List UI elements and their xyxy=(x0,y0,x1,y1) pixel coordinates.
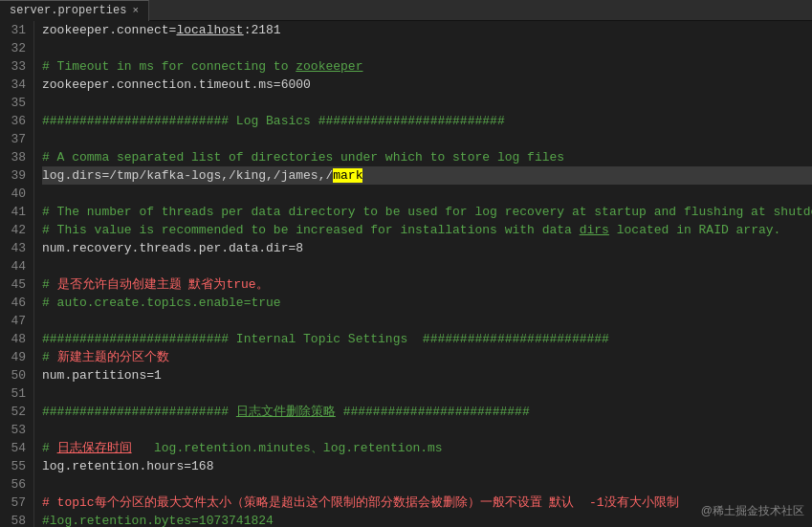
code-line: # 是否允许自动创建主题 默省为true。 xyxy=(42,275,812,294)
code-line xyxy=(42,384,812,403)
code-segment: num.partitions=1 xyxy=(42,368,162,383)
code-segment: log.dirs=/tmp/kafka-logs,/king,/james,/ xyxy=(42,168,333,183)
code-segment: # The number of threads per data directo… xyxy=(42,205,812,219)
code-line: ######################### 日志文件删除策略 #####… xyxy=(42,403,812,421)
code-segment: 新建主题的分区个数 xyxy=(57,350,169,364)
line-number: 51 xyxy=(4,384,26,403)
code-line xyxy=(42,185,812,203)
tab-bar: server.properties × xyxy=(0,0,812,21)
code-line: ######################### Internal Topic… xyxy=(42,330,812,348)
code-line xyxy=(42,421,812,439)
code-line xyxy=(42,257,812,275)
code-line: # 新建主题的分区个数 xyxy=(42,348,812,366)
code-line: # A comma separated list of directories … xyxy=(42,148,812,166)
line-number: 53 xyxy=(4,421,26,439)
code-segment: log.retention.minutes、log.retention.ms xyxy=(132,441,443,455)
code-line: #log.retention.bytes=1073741824 xyxy=(42,512,812,527)
code-segment: 是否允许自动创建主题 默省为true。 xyxy=(57,277,269,292)
code-segment: log.retention.hours=168 xyxy=(42,459,213,473)
code-segment: # xyxy=(42,277,57,292)
line-number: 42 xyxy=(4,221,26,239)
code-segment: located in RAID array. xyxy=(609,223,780,237)
code-line xyxy=(42,130,812,148)
code-line: # This value is recommended to be increa… xyxy=(42,221,812,239)
line-number: 48 xyxy=(4,330,26,348)
code-line xyxy=(42,94,812,112)
code-segment: mark xyxy=(333,168,362,183)
code-segment: ######################### Log Basics ###… xyxy=(42,114,505,128)
code-area[interactable]: zookeeper.connect=localhost:2181 # Timeo… xyxy=(34,21,812,527)
line-numbers: 3132333435363738394041424344454647484950… xyxy=(0,21,34,527)
code-segment: localhost xyxy=(176,23,243,37)
code-line: num.recovery.threads.per.data.dir=8 xyxy=(42,239,812,257)
code-segment: ######################### xyxy=(42,405,236,419)
code-line: # 日志保存时间 log.retention.minutes、log.reten… xyxy=(42,439,812,457)
code-segment: #log.retention.bytes=1073741824 xyxy=(42,514,274,527)
line-number: 37 xyxy=(4,130,26,148)
code-segment: zookeeper.connection.timeout.ms=6000 xyxy=(42,77,311,92)
code-segment: 日志保存时间 xyxy=(57,441,132,455)
line-number: 44 xyxy=(4,257,26,275)
line-number: 54 xyxy=(4,439,26,457)
line-number: 55 xyxy=(4,457,26,475)
code-segment: # This value is recommended to be increa… xyxy=(42,223,580,237)
line-number: 36 xyxy=(4,112,26,130)
line-number: 39 xyxy=(4,166,26,185)
code-segment: # auto.create.topics.enable=true xyxy=(42,296,281,310)
line-number: 31 xyxy=(4,21,26,39)
code-segment: :2181 xyxy=(244,23,281,37)
line-number: 49 xyxy=(4,348,26,366)
line-number: 45 xyxy=(4,275,26,294)
line-number: 34 xyxy=(4,76,26,94)
line-number: 33 xyxy=(4,57,26,76)
code-segment: zookeeper.connect= xyxy=(42,23,176,37)
code-line: zookeeper.connect=localhost:2181 xyxy=(42,21,812,39)
line-number: 46 xyxy=(4,294,26,312)
code-line: ######################### Log Basics ###… xyxy=(42,112,812,130)
line-number: 43 xyxy=(4,239,26,257)
line-number: 32 xyxy=(4,39,26,57)
line-number: 57 xyxy=(4,494,26,512)
line-number: 50 xyxy=(4,366,26,384)
line-number: 56 xyxy=(4,475,26,494)
line-number: 40 xyxy=(4,185,26,203)
code-segment: ######################### Internal Topic… xyxy=(42,332,609,346)
code-line xyxy=(42,312,812,330)
code-line: log.retention.hours=168 xyxy=(42,457,812,475)
line-number: 52 xyxy=(4,403,26,421)
code-segment: # xyxy=(42,441,57,455)
code-segment: # topic每个分区的最大文件太小（策略是超出这个限制的部分数据会被删除）一般… xyxy=(42,495,679,510)
code-line xyxy=(42,475,812,494)
code-line: # Timeout in ms for connecting to zookee… xyxy=(42,57,812,76)
line-number: 58 xyxy=(4,512,26,527)
code-line: zookeeper.connection.timeout.ms=6000 xyxy=(42,76,812,94)
line-number: 35 xyxy=(4,94,26,112)
line-number: 41 xyxy=(4,203,26,221)
code-segment: 日志文件删除策略 xyxy=(236,405,336,419)
watermark: @稀土掘金技术社区 xyxy=(701,503,804,519)
code-line: # topic每个分区的最大文件太小（策略是超出这个限制的部分数据会被删除）一般… xyxy=(42,494,812,512)
code-segment: dirs xyxy=(580,223,609,237)
code-line: log.dirs=/tmp/kafka-logs,/king,/james,/m… xyxy=(42,166,812,185)
code-segment: # A comma separated list of directories … xyxy=(42,150,564,165)
close-icon[interactable]: × xyxy=(132,5,139,16)
code-line: num.partitions=1 xyxy=(42,366,812,384)
code-segment: # Timeout in ms for connecting to xyxy=(42,59,296,74)
code-segment: # xyxy=(42,350,57,364)
line-number: 47 xyxy=(4,312,26,330)
code-segment: zookeeper xyxy=(296,59,362,74)
editor: 3132333435363738394041424344454647484950… xyxy=(0,21,812,527)
code-line xyxy=(42,39,812,57)
code-segment: num.recovery.threads.per.data.dir=8 xyxy=(42,241,303,255)
file-tab[interactable]: server.properties × xyxy=(0,0,149,21)
code-line: # auto.create.topics.enable=true xyxy=(42,294,812,312)
code-segment: ######################### xyxy=(336,405,530,419)
tab-label: server.properties xyxy=(10,4,126,17)
code-line: # The number of threads per data directo… xyxy=(42,203,812,221)
line-number: 38 xyxy=(4,148,26,166)
